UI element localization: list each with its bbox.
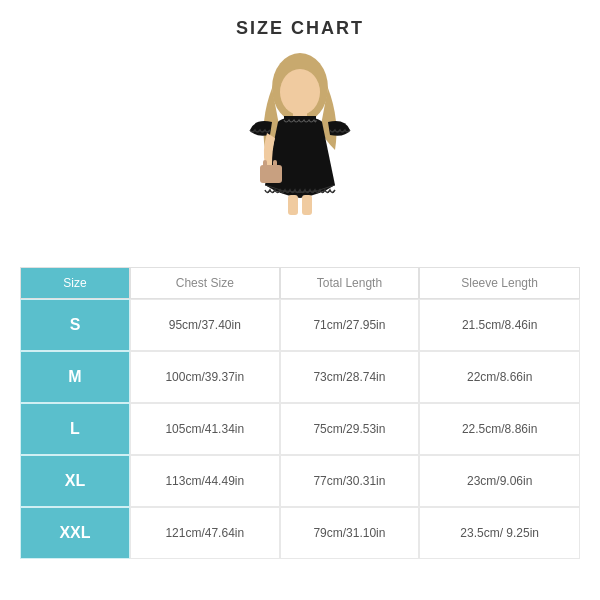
sleeve-value: 22cm/8.66in <box>419 351 580 403</box>
size-table-wrapper: Size Chest Size Total Length Sleeve Leng… <box>20 267 580 559</box>
length-value: 71cm/27.95in <box>280 299 420 351</box>
header-chest: Chest Size <box>130 267 280 299</box>
chest-value: 121cm/47.64in <box>130 507 280 559</box>
svg-rect-6 <box>263 160 267 168</box>
svg-rect-9 <box>302 195 312 215</box>
svg-point-1 <box>280 69 320 115</box>
length-value: 77cm/30.31in <box>280 455 420 507</box>
size-label: XXL <box>20 507 130 559</box>
chest-value: 100cm/39.37in <box>130 351 280 403</box>
table-header-row: Size Chest Size Total Length Sleeve Leng… <box>20 267 580 299</box>
chest-value: 113cm/44.49in <box>130 455 280 507</box>
dress-image <box>200 47 400 257</box>
length-value: 73cm/28.74in <box>280 351 420 403</box>
svg-rect-8 <box>288 195 298 215</box>
length-value: 79cm/31.10in <box>280 507 420 559</box>
sleeve-value: 22.5cm/8.86in <box>419 403 580 455</box>
sleeve-value: 23cm/9.06in <box>419 455 580 507</box>
sleeve-value: 23.5cm/ 9.25in <box>419 507 580 559</box>
page-title: SIZE CHART <box>236 18 364 39</box>
size-chart-table: Size Chest Size Total Length Sleeve Leng… <box>20 267 580 559</box>
header-length: Total Length <box>280 267 420 299</box>
length-value: 75cm/29.53in <box>280 403 420 455</box>
svg-rect-5 <box>260 165 282 183</box>
svg-rect-7 <box>273 160 277 168</box>
size-label: S <box>20 299 130 351</box>
chest-value: 105cm/41.34in <box>130 403 280 455</box>
table-row: S95cm/37.40in71cm/27.95in21.5cm/8.46in <box>20 299 580 351</box>
table-row: XL113cm/44.49in77cm/30.31in23cm/9.06in <box>20 455 580 507</box>
header-sleeve: Sleeve Length <box>419 267 580 299</box>
table-row: XXL121cm/47.64in79cm/31.10in23.5cm/ 9.25… <box>20 507 580 559</box>
sleeve-value: 21.5cm/8.46in <box>419 299 580 351</box>
header-size: Size <box>20 267 130 299</box>
size-label: M <box>20 351 130 403</box>
size-label: XL <box>20 455 130 507</box>
table-row: L105cm/41.34in75cm/29.53in22.5cm/8.86in <box>20 403 580 455</box>
chest-value: 95cm/37.40in <box>130 299 280 351</box>
size-label: L <box>20 403 130 455</box>
table-row: M100cm/39.37in73cm/28.74in22cm/8.66in <box>20 351 580 403</box>
